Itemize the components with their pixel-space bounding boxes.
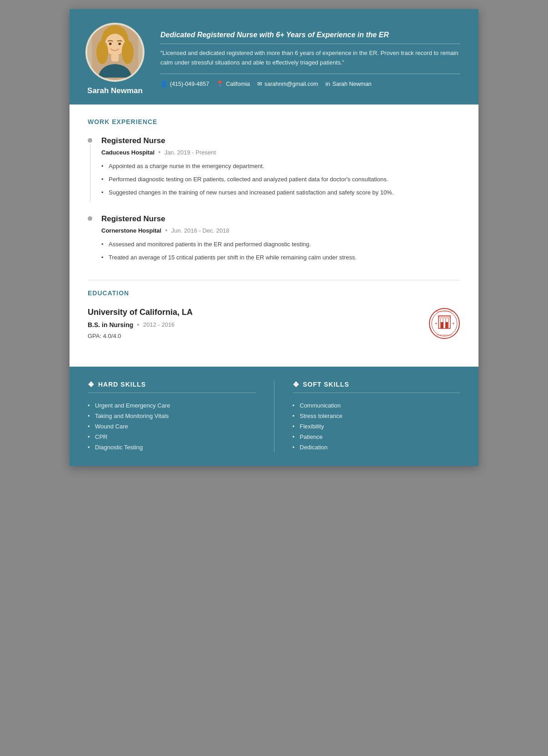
job-2-bullet-2: Treated an average of 15 critical patien… [101,253,460,263]
resume-container: Sarah Newman Dedicated Registered Nurse … [70,9,478,466]
header-summary: "Licensed and dedicated registered with … [160,49,460,75]
soft-skills-list: Communication Stress tolerance Flexibili… [293,400,461,453]
education-section-title: EDUCATION [88,289,460,298]
job-1-bullet-1: Appointed as a charge nurse in the emerg… [101,162,460,171]
svg-text:★: ★ [435,322,437,325]
job-2-timeline: Registered Nurse Cornerstone Hospital • … [88,214,460,266]
edu-separator: • [137,321,139,329]
header-right: Dedicated Registered Nurse with 6+ Years… [160,31,460,88]
work-experience-section: WORK EXPERIENCE Registered Nurse Caduceu… [88,118,460,266]
separator-1: • [158,148,161,156]
svg-rect-5 [111,54,119,62]
education-section: EDUCATION University of California, LA B… [88,289,460,348]
soft-skill-4: Patience [293,432,461,442]
edu-degree-row: B.S. in Nursing • 2012 - 2016 [88,321,193,329]
email-value: sarahnm@gmail.com [264,81,318,87]
avatar-image [90,23,140,82]
soft-skills-label: SOFT SKILLS [303,381,349,388]
job-2-title: Registered Nurse [101,214,460,224]
hard-skill-3: Wound Care [88,421,256,432]
job-1-meta: Caduceus Hospital • Jan. 2019 - Present [101,148,460,156]
job-2-meta: Cornerstone Hospital • Jun. 2016 - Dec. … [101,226,460,234]
edu-degree: B.S. in Nursing [88,321,133,328]
hard-skills-col: ❖ HARD SKILLS Urgent and Emergency Care … [88,380,274,453]
hard-skills-list: Urgent and Emergency Care Taking and Mon… [88,400,256,453]
soft-skill-3: Flexibility [293,421,461,432]
contact-location: 📍 California [216,80,250,87]
soft-skills-icon: ❖ [293,380,299,389]
avatar [85,23,144,82]
education-content: University of California, LA B.S. in Nur… [88,308,460,339]
education-left: University of California, LA B.S. in Nur… [88,308,193,339]
edu-school: University of California, LA [88,308,193,317]
job-2-content: Registered Nurse Cornerstone Hospital • … [101,214,460,266]
svg-text:MASSACHUSETTS: MASSACHUSETTS [437,310,452,313]
hard-skills-title: ❖ HARD SKILLS [88,380,256,393]
job-1-timeline: Registered Nurse Caduceus Hospital • Jan… [88,136,460,201]
university-seal: MASSACHUSETTS OF TECHNOLOGY ★ ★ [428,308,460,339]
contact-row: 👤 (415)-049-4857 📍 California ✉ sarahnm@… [160,80,460,87]
timeline-left-1 [88,136,92,201]
hard-skill-2: Taking and Monitoring Vitals [88,411,256,421]
svg-text:★: ★ [452,322,454,325]
timeline-left-2 [88,214,92,266]
soft-skill-2: Stress tolerance [293,411,461,421]
edu-gpa: GPA: 4.0/4.0 [88,333,193,339]
work-section-title: WORK EXPERIENCE [88,118,460,127]
job-1-company: Caduceus Hospital [101,149,154,156]
timeline-line-1 [90,144,90,201]
svg-point-7 [118,43,121,45]
separator-2: • [165,226,168,234]
svg-rect-13 [438,316,450,318]
main-content: WORK EXPERIENCE Registered Nurse Caduceu… [70,104,478,367]
email-icon: ✉ [257,80,262,87]
hard-skill-5: Diagnostic Testing [88,442,256,453]
header-title: Dedicated Registered Nurse with 6+ Years… [160,31,460,44]
phone-icon: 👤 [160,80,168,87]
hard-skill-4: CPR [88,432,256,442]
job-1-bullet-2: Performed diagnostic testing on ER patie… [101,175,460,184]
svg-point-3 [96,40,108,64]
soft-skill-1: Communication [293,400,461,411]
edu-years: 2012 - 2016 [143,321,174,328]
location-value: California [226,81,250,87]
hard-skills-label: HARD SKILLS [98,381,146,388]
svg-point-6 [109,43,112,45]
location-icon: 📍 [216,80,224,87]
divider-1 [88,280,460,280]
header-section: Sarah Newman Dedicated Registered Nurse … [70,9,478,104]
job-1-bullets: Appointed as a charge nurse in the emerg… [101,162,460,197]
linkedin-icon: in [325,80,330,87]
phone-value: (415)-049-4857 [170,81,209,87]
timeline-dot-1 [88,138,92,143]
avatar-section: Sarah Newman [83,23,147,95]
soft-skills-col: ❖ SOFT SKILLS Communication Stress toler… [274,380,461,453]
job-1-title: Registered Nurse [101,136,460,145]
skills-footer: ❖ HARD SKILLS Urgent and Emergency Care … [70,367,478,466]
contact-phone: 👤 (415)-049-4857 [160,80,209,87]
job-2-company: Cornerstone Hospital [101,227,161,234]
contact-linkedin: in Sarah Newman [325,80,371,87]
header-name: Sarah Newman [87,86,143,95]
svg-point-4 [122,40,134,64]
hard-skill-1: Urgent and Emergency Care [88,400,256,411]
soft-skill-5: Dedication [293,442,461,453]
svg-text:OF TECHNOLOGY: OF TECHNOLOGY [437,334,452,336]
job-2-bullet-1: Assessed and monitored patients in the E… [101,240,460,249]
soft-skills-title: ❖ SOFT SKILLS [293,380,461,393]
job-1-content: Registered Nurse Caduceus Hospital • Jan… [101,136,460,201]
job-2-bullets: Assessed and monitored patients in the E… [101,240,460,263]
contact-email: ✉ sarahnm@gmail.com [257,80,318,87]
job-2-dates: Jun. 2016 - Dec. 2018 [171,227,229,234]
hard-skills-icon: ❖ [88,380,95,389]
job-1-dates: Jan. 2019 - Present [164,149,216,156]
job-1-bullet-3: Suggested changes in the training of new… [101,188,460,198]
timeline-dot-2 [88,216,92,221]
linkedin-value: Sarah Newman [332,81,371,87]
